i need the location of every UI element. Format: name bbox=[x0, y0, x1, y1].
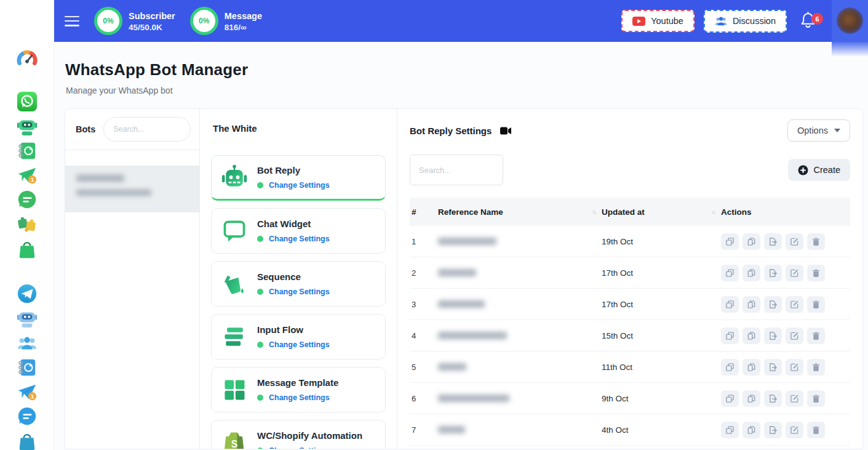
feature-card-chat-widget[interactable]: Chat Widget Change Settings bbox=[211, 208, 386, 254]
notifications-button[interactable]: 6 bbox=[800, 12, 818, 30]
sidebar-item-whatsapp-bot[interactable] bbox=[16, 115, 38, 137]
delete-button[interactable] bbox=[807, 265, 825, 281]
discussion-button-label: Discussion bbox=[733, 16, 776, 26]
bot-features-panel: The White bbox=[200, 109, 397, 449]
edit-icon bbox=[790, 394, 799, 403]
paint-bucket-icon bbox=[220, 270, 249, 298]
copy-button[interactable] bbox=[721, 296, 739, 313]
table-body: 1 19th Oct 2 17th Oct bbox=[410, 226, 850, 449]
duplicate-button[interactable] bbox=[743, 265, 760, 281]
feature-card-sequence[interactable]: Sequence Change Settings bbox=[211, 261, 386, 307]
change-settings-link[interactable]: Change Settings bbox=[269, 235, 330, 243]
export-button[interactable] bbox=[764, 296, 782, 313]
feature-card-shopify-automation[interactable]: S WC/Shopify Automation Change Settings bbox=[211, 420, 386, 449]
edit-icon bbox=[790, 331, 799, 340]
copy-button[interactable] bbox=[721, 327, 739, 344]
selected-bot-title: The White bbox=[213, 123, 386, 134]
delete-button[interactable] bbox=[807, 296, 825, 313]
sidebar-item-whatsapp-broadcast[interactable]: 1 bbox=[16, 164, 38, 187]
sidebar-item-telegram-group[interactable] bbox=[16, 332, 38, 354]
discussion-icon bbox=[715, 16, 727, 26]
sort-icon[interactable]: ↑↓ bbox=[592, 209, 595, 215]
delete-button[interactable] bbox=[807, 422, 825, 438]
change-settings-link[interactable]: Change Settings bbox=[269, 340, 330, 349]
svg-text:S: S bbox=[231, 439, 237, 449]
delete-button[interactable] bbox=[807, 233, 825, 250]
duplicate-button[interactable] bbox=[743, 296, 760, 313]
sidebar-item-whatsapp-ecommerce[interactable] bbox=[16, 238, 38, 260]
change-settings-link[interactable]: Change Settings bbox=[269, 446, 330, 449]
duplicate-icon bbox=[747, 237, 756, 246]
copy-button[interactable] bbox=[721, 265, 739, 281]
export-icon bbox=[768, 363, 778, 372]
change-settings-link[interactable]: Change Settings bbox=[269, 393, 330, 402]
sidebar-item-whatsapp-integration[interactable] bbox=[16, 214, 38, 236]
create-button[interactable]: Create bbox=[788, 159, 850, 181]
sidebar-item-dashboard[interactable] bbox=[16, 49, 38, 71]
bot-list-item-selected[interactable] bbox=[65, 166, 199, 212]
duplicate-icon bbox=[747, 300, 756, 309]
export-button[interactable] bbox=[764, 359, 782, 376]
contacts-blue-icon bbox=[17, 357, 38, 378]
duplicate-button[interactable] bbox=[743, 390, 760, 407]
reference-name-masked bbox=[438, 426, 465, 433]
sidebar-item-whatsapp[interactable] bbox=[16, 90, 38, 113]
table-row bbox=[410, 446, 850, 449]
robot-green-icon bbox=[17, 116, 38, 137]
feature-card-message-template[interactable]: Message Template Change Settings bbox=[211, 367, 386, 412]
bot-manager-board: Bots The White bbox=[65, 108, 863, 449]
edit-button[interactable] bbox=[786, 422, 803, 438]
edit-button[interactable] bbox=[786, 359, 803, 376]
copy-button[interactable] bbox=[721, 422, 739, 438]
updated-at-value: 17th Oct bbox=[602, 268, 721, 278]
sidebar-item-whatsapp-live-chat[interactable] bbox=[16, 189, 38, 211]
export-button[interactable] bbox=[764, 390, 782, 407]
row-actions bbox=[721, 422, 850, 438]
export-button[interactable] bbox=[764, 422, 782, 438]
change-settings-link[interactable]: Change Settings bbox=[269, 287, 330, 296]
export-button[interactable] bbox=[764, 265, 782, 281]
edit-button[interactable] bbox=[786, 265, 803, 281]
feature-title: Message Template bbox=[257, 377, 338, 388]
change-settings-link[interactable]: Change Settings bbox=[269, 181, 330, 190]
chat-widget-icon bbox=[220, 217, 249, 245]
delete-button[interactable] bbox=[807, 359, 825, 376]
table-search-input[interactable] bbox=[410, 155, 503, 185]
sidebar-item-telegram-contacts[interactable] bbox=[16, 356, 38, 379]
export-button[interactable] bbox=[764, 327, 782, 344]
profile-avatar[interactable] bbox=[837, 7, 863, 34]
sidebar-item-telegram[interactable] bbox=[16, 283, 38, 305]
copy-button[interactable] bbox=[721, 390, 739, 407]
delete-button[interactable] bbox=[807, 390, 825, 407]
video-tutorial-icon[interactable] bbox=[500, 127, 511, 135]
sidebar-item-telegram-broadcast[interactable]: 1 bbox=[16, 381, 38, 403]
discussion-button[interactable]: Discussion bbox=[704, 10, 787, 33]
bots-search-input[interactable] bbox=[103, 117, 191, 142]
sidebar-item-telegram-ecommerce[interactable] bbox=[16, 430, 38, 450]
options-dropdown-button[interactable]: Options bbox=[787, 119, 850, 142]
edit-button[interactable] bbox=[786, 296, 803, 313]
sidebar-item-whatsapp-contacts[interactable] bbox=[16, 140, 38, 162]
hamburger-menu-icon[interactable] bbox=[65, 16, 79, 26]
edit-button[interactable] bbox=[786, 233, 803, 250]
delete-button[interactable] bbox=[807, 327, 825, 344]
feature-card-input-flow[interactable]: Input Flow Change Settings bbox=[211, 314, 386, 360]
sidebar-item-telegram-live-chat[interactable] bbox=[16, 406, 38, 428]
edit-button[interactable] bbox=[786, 390, 803, 407]
copy-icon bbox=[725, 268, 735, 278]
duplicate-button[interactable] bbox=[743, 359, 760, 376]
duplicate-button[interactable] bbox=[743, 233, 760, 250]
duplicate-button[interactable] bbox=[743, 327, 760, 344]
bot-name-masked bbox=[76, 175, 124, 182]
copy-button[interactable] bbox=[721, 233, 739, 250]
plus-circle-icon bbox=[798, 165, 808, 175]
message-percent: 0% bbox=[199, 17, 209, 25]
sort-icon[interactable]: ↑↓ bbox=[711, 209, 715, 215]
export-button[interactable] bbox=[764, 233, 782, 250]
sidebar-item-telegram-bot[interactable] bbox=[16, 307, 38, 329]
copy-button[interactable] bbox=[721, 359, 739, 376]
duplicate-button[interactable] bbox=[743, 422, 760, 438]
youtube-button[interactable]: Youtube bbox=[621, 10, 695, 32]
edit-button[interactable] bbox=[786, 327, 803, 344]
feature-card-bot-reply[interactable]: Bot Reply Change Settings bbox=[211, 155, 386, 201]
